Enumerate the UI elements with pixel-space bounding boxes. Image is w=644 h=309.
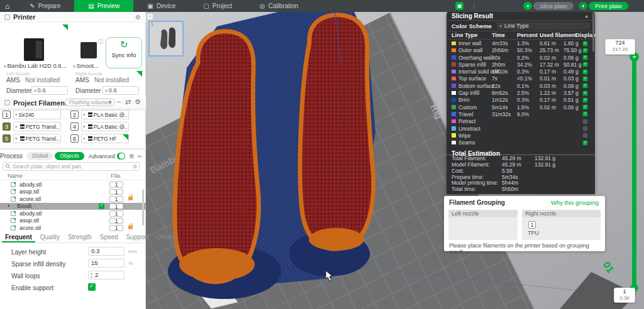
filament-select[interactable]: ▾ PLA Basic @.. [81, 110, 129, 119]
lock-icon[interactable] [128, 197, 133, 200]
sparse-density-input[interactable]: 15 [88, 259, 125, 268]
tree-fila-value[interactable]: 1 [109, 218, 123, 224]
plate-info-icon[interactable]: ⓘ [98, 38, 103, 45]
process-mode-pill[interactable]: Objects [55, 152, 84, 160]
tree-fila-value[interactable]: 1 [109, 182, 123, 188]
display-checkbox[interactable] [583, 41, 588, 46]
tree-row[interactable]: ▾ asup.stl 1 [0, 217, 146, 225]
advanced-toggle[interactable] [117, 153, 125, 160]
layer-height-input[interactable]: 0.3 [88, 247, 125, 256]
add-filament-button[interactable]: + [108, 98, 112, 106]
filament-number-chip[interactable]: 1 [3, 111, 11, 119]
plate-type-image[interactable] [80, 42, 97, 58]
display-checkbox[interactable] [583, 126, 588, 131]
settings-tab[interactable]: Frequent [2, 233, 35, 242]
plate-thumbnail[interactable]: 1 [148, 21, 184, 57]
model-insole-right[interactable] [300, 15, 374, 249]
display-checkbox[interactable] [583, 112, 588, 117]
view-all-settings-icon[interactable]: ≣ [129, 153, 134, 160]
compare-presets-icon[interactable]: ✂ [137, 153, 142, 160]
lock-icon[interactable] [128, 225, 133, 229]
color-scheme-select[interactable]: ▾ Line Type [497, 22, 590, 30]
diameter-select-left[interactable]: ▾0.6 [31, 86, 68, 95]
tree-row[interactable]: ▾ Boodi 1 [0, 203, 146, 210]
toolbar-tab[interactable]: ▢ Project [189, 0, 246, 12]
enable-support-checkbox[interactable] [88, 283, 96, 291]
filament-number-chip[interactable]: 3 [3, 122, 11, 131]
collapse-panel-icon[interactable]: ▲ [584, 14, 589, 18]
settings-tab[interactable]: Others [153, 233, 179, 242]
display-checkbox[interactable] [583, 90, 588, 95]
layer-slider-track[interactable] [632, 55, 636, 289]
tree-row[interactable]: ▾ abody.stl 1 [0, 181, 146, 188]
filament-select[interactable]: ▾ Sir240 [13, 110, 61, 119]
filament-number-chip[interactable]: 4 [70, 122, 79, 131]
diameter-select-right[interactable]: ▾0.6 [103, 86, 139, 95]
slice-plate-button[interactable]: ▾ Slice plate [523, 2, 574, 10]
print-dropdown-icon[interactable]: ▾ [579, 2, 587, 10]
tree-fila-value[interactable]: 1 [109, 203, 123, 210]
display-checkbox[interactable] [583, 133, 588, 138]
panel-scrollbar[interactable] [592, 13, 594, 52]
filament-select[interactable]: ▾ PETG Transl... [13, 134, 61, 143]
settings-tab[interactable]: Support [123, 233, 152, 242]
sync-ams-icon[interactable]: ⇄ [125, 98, 131, 106]
display-checkbox[interactable] [583, 62, 588, 67]
tree-fila-value[interactable]: 1 [109, 210, 123, 217]
toolbar-tab[interactable]: ▣ Device [133, 0, 189, 12]
tree-fila-value[interactable]: 1 [109, 189, 123, 195]
home-icon[interactable]: ⌂ [5, 2, 9, 11]
tree-row[interactable]: ▾ asup.stl 1 [0, 188, 146, 196]
settings-tab[interactable]: Strength [65, 233, 95, 242]
toolbar-tab[interactable]: ◎ Calibration [246, 0, 313, 12]
process-mode-pill[interactable]: Global [26, 152, 53, 160]
stepper-arrows-icon[interactable]: ▲▼ [90, 271, 93, 279]
printer-settings-gear-icon[interactable]: ⚙ [135, 14, 141, 21]
display-checkbox[interactable] [583, 84, 588, 89]
panel-collapse-button[interactable]: ‹ [147, 13, 153, 20]
tree-fila-value[interactable]: 1 [109, 225, 123, 231]
slice-dropdown-icon[interactable]: ▾ [523, 2, 532, 10]
filament-select[interactable]: ▾ PETG Transl... [13, 122, 61, 131]
settings-tab[interactable]: Speed [97, 233, 121, 242]
filament-number-chip[interactable]: 6 [70, 134, 79, 143]
filament-select[interactable]: ▾ PETG HF [81, 134, 129, 143]
search-input[interactable] [11, 163, 132, 170]
filament-settings-gear-icon[interactable]: ⚙ [135, 98, 141, 106]
filament-number-chip[interactable]: 2 [70, 111, 79, 119]
sliced-model[interactable] [168, 12, 375, 299]
tree-scrollbar[interactable] [142, 189, 144, 225]
filament-select[interactable]: ▾ PLA Basic @.. [81, 122, 129, 131]
display-checkbox[interactable] [583, 55, 588, 60]
sync-info-button[interactable]: ↻ Sync info [106, 37, 142, 68]
tree-caret-icon[interactable]: ▾ [8, 203, 14, 209]
printer-image[interactable] [24, 38, 44, 61]
display-checkbox[interactable] [583, 69, 588, 74]
tree-item-check-icon[interactable] [99, 203, 104, 209]
filament-number-chip[interactable]: 5 [3, 134, 11, 143]
green-app-icon[interactable]: ▣ [455, 2, 464, 10]
line-type-row: Custom 5m14s 1.5% 0.02 m 0.06 g [447, 104, 595, 111]
estimation-value-1: 5h50m [502, 186, 518, 192]
plate-type-select[interactable]: ▾Smoot... [73, 62, 104, 69]
display-checkbox[interactable] [583, 140, 588, 145]
settings-tab[interactable]: Quality [37, 233, 63, 242]
display-checkbox[interactable] [583, 119, 588, 124]
search-box[interactable]: ⊗ [3, 162, 140, 171]
remove-filament-button[interactable]: − [117, 98, 121, 106]
why-this-grouping-link[interactable]: Why this grouping [551, 199, 599, 206]
printer-select[interactable]: ▾Bambu Lab H2D 0.6 no... [4, 62, 68, 69]
display-checkbox[interactable] [583, 48, 588, 53]
print-plate-button[interactable]: ▾ Print plate [579, 2, 628, 10]
tree-row[interactable]: ▾ acore.stl 1 [0, 224, 146, 232]
tree-fila-value[interactable]: 1 [109, 196, 123, 202]
display-checkbox[interactable] [583, 77, 588, 82]
tree-row[interactable]: ▾ abody.stl 1 [0, 210, 146, 217]
clear-search-icon[interactable]: ⊗ [132, 163, 137, 170]
display-checkbox[interactable] [583, 105, 588, 110]
display-checkbox[interactable] [583, 98, 588, 103]
toolbar-tab[interactable]: ▤ Preview [74, 0, 133, 12]
wall-loops-stepper[interactable]: ▲▼ 2 [88, 271, 125, 279]
toolbar-tab[interactable]: ✎ Prepare [16, 0, 74, 12]
tree-row[interactable]: ▾ acore.stl 1 [0, 195, 146, 203]
